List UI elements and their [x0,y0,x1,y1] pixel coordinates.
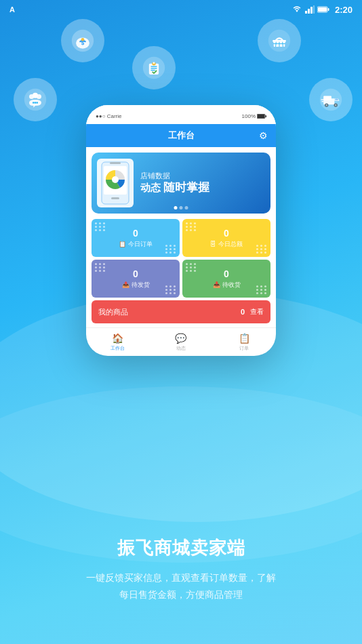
svg-rect-50 [111,197,119,199]
stat-pending-recv[interactable]: 0 📥 待收货 [182,260,270,298]
phone-mockup: ●●○ Carrie 100% 工作台 ⚙ [86,105,276,356]
svg-point-48 [112,176,119,183]
status-right: 2:20 [291,5,353,15]
nav-workbench[interactable]: 🏠 工作台 [86,333,149,352]
banner-line2: 动态 随时掌握 [140,181,265,195]
pending-recv-count: 0 [224,268,229,279]
stat-dots-br-4 [256,285,267,294]
stat-dots-tl-2 [186,222,197,231]
dot-1 [174,206,178,209]
status-bar: A 2:20 [0,0,362,19]
phone-nav: 🏠 工作台 💬 动态 📋 订单 [86,327,276,356]
stat-today-orders[interactable]: 0 📋 今日订单 [92,219,180,257]
phone-gear-icon[interactable]: ⚙ [259,130,268,141]
phone-carrier: ●●○ Carrie [96,113,122,119]
today-orders-label: 📋 今日订单 [119,240,153,249]
floating-icon-notepad [132,46,176,89]
dot-2 [180,206,183,209]
app-desc: 一键反馈买家信息，直观查看订单数量，了解每日售货金额，方便商品管理 [14,569,348,603]
phone-battery: 100% [242,113,266,119]
phone-screen: ●●○ Carrie 100% 工作台 ⚙ [86,105,276,356]
today-total-label: 🗄 今日总额 [210,240,243,249]
svg-rect-44 [266,115,267,117]
pending-recv-label: 📥 待收货 [213,281,241,289]
svg-point-24 [153,62,155,64]
nav-orders[interactable]: 📋 订单 [213,333,276,352]
svg-point-37 [325,104,327,106]
svg-point-30 [35,102,37,104]
svg-rect-7 [327,8,329,11]
banner-line2-highlight: 随时掌握 [163,181,209,194]
banner-dots [174,206,188,209]
phone-header: 工作台 ⚙ [86,124,276,147]
money-icon: $ [71,28,95,53]
orders-nav-icon: 📋 [239,333,250,344]
floating-icon-basket [258,19,301,62]
svg-rect-4 [313,5,315,14]
svg-point-39 [335,104,337,106]
products-count: 0 [241,308,245,316]
dot-3 [185,206,188,209]
svg-rect-1 [305,11,307,14]
bottom-section: 振飞商城卖家端 一键反馈买家信息，直观查看订单数量，了解每日售货金额，方便商品管… [0,536,362,603]
android-indicator: A [9,5,15,14]
banner-line1: 店铺数据 [140,171,265,181]
floating-icon-chat [14,78,57,121]
svg-rect-2 [308,9,310,14]
phone-battery-icon [257,114,266,119]
stat-dots-tl-3 [95,263,106,272]
workbench-icon: 🏠 [112,333,123,344]
svg-marker-0 [296,10,298,12]
nav-orders-label: 订单 [239,345,249,352]
products-bar[interactable]: 我的商品 0 查看 [92,300,270,323]
svg-point-29 [33,102,35,104]
stats-grid: 0 📋 今日订单 0 [92,219,270,298]
floating-icon-money: $ [61,19,104,62]
today-total-count: 0 [224,228,229,239]
banner-line2-static: 动态 [140,182,163,193]
orders-icon: 📋 [119,241,126,247]
banner-text: 店铺数据 动态 随时掌握 [140,171,265,195]
nav-workbench-label: 工作台 [110,345,125,352]
nav-dynamic-label: 动态 [176,345,186,352]
signal-icon [305,5,315,14]
products-label: 我的商品 [98,307,235,317]
stat-dots-br-3 [165,285,176,294]
dynamic-icon: 💬 [175,333,186,344]
battery-icon [317,6,329,13]
stat-dots-tl-4 [186,263,197,272]
basket-icon [267,28,291,53]
svg-rect-6 [318,7,327,12]
svg-point-28 [33,93,38,98]
svg-rect-17 [273,40,286,42]
svg-point-31 [36,102,38,104]
mini-phone-svg [100,161,130,205]
pending-ship-count: 0 [133,268,138,279]
svg-rect-35 [335,98,338,100]
ship-icon: 📤 [122,281,129,288]
recv-icon: 📥 [213,281,220,288]
stat-dots-br [165,245,176,254]
banner-phone-image [97,159,134,207]
truck-icon [319,87,343,112]
svg-rect-3 [310,7,313,14]
total-icon: 🗄 [210,241,216,247]
chat-icon [23,87,47,112]
today-orders-count: 0 [133,228,138,239]
stat-dots-tl [95,222,106,231]
svg-point-11 [81,38,85,41]
phone-header-title: 工作台 [168,129,195,142]
svg-text:$: $ [81,40,85,46]
pending-ship-label: 📤 待发货 [122,281,150,289]
svg-rect-34 [323,96,331,100]
phone-banner: 店铺数据 动态 随时掌握 [92,153,270,214]
stat-pending-ship[interactable]: 0 📤 待发货 [92,260,180,298]
phone-status-bar: ●●○ Carrie 100% [86,105,276,124]
nav-dynamic[interactable]: 💬 动态 [149,333,212,352]
products-link[interactable]: 查看 [250,307,264,317]
stat-dots-br-2 [256,245,267,254]
floating-icon-truck [309,78,353,121]
stat-today-total[interactable]: 0 🗄 今日总额 [182,219,270,257]
svg-rect-43 [258,115,265,118]
svg-rect-49 [110,162,121,164]
